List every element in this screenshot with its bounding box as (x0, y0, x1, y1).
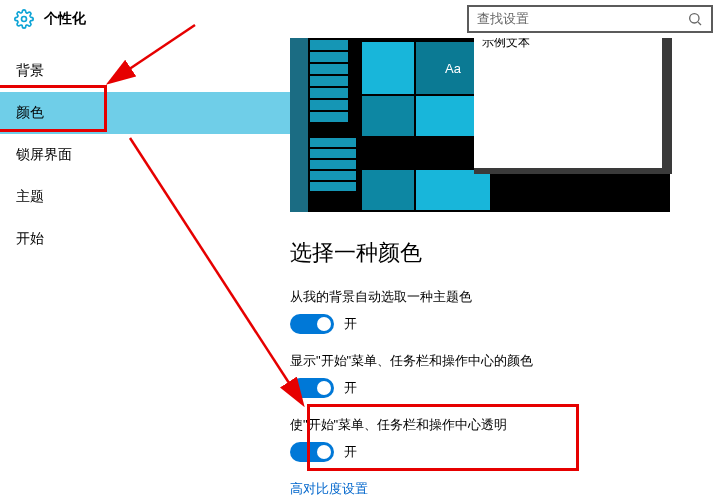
svg-point-1 (690, 13, 699, 22)
gear-icon (14, 9, 34, 29)
toggle-transparent[interactable] (290, 442, 334, 462)
sidebar-item-lockscreen[interactable]: 锁屏界面 (0, 134, 290, 176)
preview-sample-text: 示例文本 (482, 38, 530, 51)
toggle-auto-color[interactable] (290, 314, 334, 334)
search-icon (687, 11, 703, 27)
sidebar-item-theme[interactable]: 主题 (0, 176, 290, 218)
setting-label: 显示"开始"菜单、任务栏和操作中心的颜色 (290, 352, 707, 370)
sidebar-item-label: 锁屏界面 (16, 146, 72, 164)
sidebar-item-background[interactable]: 背景 (0, 50, 290, 92)
sidebar-item-color[interactable]: 颜色 (0, 92, 290, 134)
toggle-state: 开 (344, 315, 357, 333)
search-placeholder: 查找设置 (477, 10, 687, 28)
sidebar: 背景 颜色 锁屏界面 主题 开始 (0, 38, 290, 500)
sidebar-item-label: 开始 (16, 230, 44, 248)
sidebar-item-label: 背景 (16, 62, 44, 80)
setting-show-color: 显示"开始"菜单、任务栏和操作中心的颜色 开 (290, 352, 707, 398)
svg-line-2 (698, 22, 701, 25)
sidebar-item-start[interactable]: 开始 (0, 218, 290, 260)
toggle-show-color[interactable] (290, 378, 334, 398)
svg-point-0 (22, 16, 27, 21)
sidebar-item-label: 颜色 (16, 104, 44, 122)
setting-label: 从我的背景自动选取一种主题色 (290, 288, 707, 306)
toggle-state: 开 (344, 443, 357, 461)
setting-transparent: 使"开始"菜单、任务栏和操作中心透明 开 (290, 416, 707, 462)
high-contrast-link[interactable]: 高对比度设置 (290, 480, 707, 498)
section-title: 选择一种颜色 (290, 238, 707, 268)
main-content: Aa 示例文本 选择一种颜色 从我的背景自动选取一种主题色 开 显示 (290, 38, 727, 500)
search-input[interactable]: 查找设置 (467, 5, 713, 33)
preview-window: 示例文本 (474, 38, 662, 168)
sidebar-item-label: 主题 (16, 188, 44, 206)
setting-label: 使"开始"菜单、任务栏和操作中心透明 (290, 416, 707, 434)
color-preview: Aa 示例文本 (290, 38, 670, 212)
page-title: 个性化 (44, 10, 86, 28)
setting-auto-color: 从我的背景自动选取一种主题色 开 (290, 288, 707, 334)
toggle-state: 开 (344, 379, 357, 397)
